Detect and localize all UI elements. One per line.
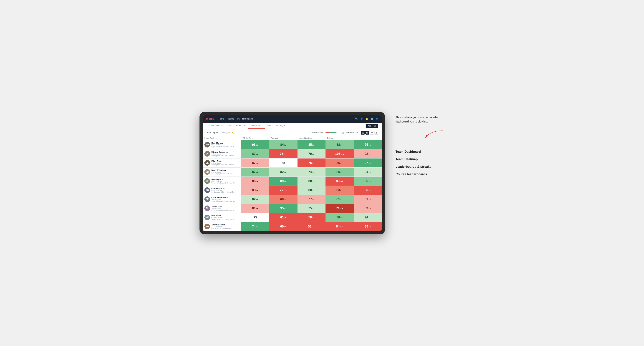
- svg-rect-7: [371, 132, 373, 132]
- stat-change: 4▲: [256, 172, 258, 173]
- stat-cell: 882▼: [326, 213, 354, 222]
- view-grid-button[interactable]: [361, 131, 365, 135]
- stat-change: 4▲: [312, 217, 315, 219]
- table-row[interactable]: MMMatt Miller6-10 HandicapWoburn Golf Cl…: [203, 213, 382, 222]
- bell-icon[interactable]: 🔔: [365, 117, 368, 120]
- player-club: Sunningdale Golf Club, United Kingdom: [212, 155, 236, 157]
- stat-change: 1▼: [284, 226, 286, 228]
- nav-link-my-performance[interactable]: My Performance: [237, 117, 253, 121]
- stat-cell: 7714▼: [269, 186, 298, 195]
- nav-link-teams[interactable]: Teams: [228, 117, 234, 121]
- table-row[interactable]: ECEdward Crossman1-5 HandicapSunningdale…: [203, 149, 382, 159]
- stat-cell: 975▲: [354, 159, 382, 168]
- avatar: AN: [204, 224, 210, 229]
- stat-box: 8310▼: [326, 177, 354, 185]
- view-heatmap-button[interactable]: [366, 131, 369, 135]
- col-header-approach[interactable]: Approach →: [269, 136, 298, 140]
- stat-change: 8▲: [312, 144, 315, 146]
- tab-pgat-players[interactable]: PGAT Players: [206, 123, 224, 129]
- stat-box: 10315▲: [326, 149, 354, 158]
- stat-change: 3▲: [368, 217, 371, 219]
- table-row[interactable]: EEElliot Ebert1-5 HandicapSunningdale Go…: [203, 159, 382, 168]
- user-icon[interactable]: 👤: [360, 117, 363, 120]
- stat-change: 4▲: [340, 199, 343, 200]
- avatar: BM: [204, 142, 210, 148]
- table-row[interactable]: ANAaron Nicholls11-15 HandicapDrift Golf…: [203, 222, 382, 231]
- avatar-icon[interactable]: 👤: [376, 117, 378, 120]
- stat-change: 10▲: [312, 226, 315, 228]
- col-header-putting[interactable]: Putting →: [326, 136, 354, 140]
- player-club: Royal North Devon Golf Club, United King…: [212, 182, 236, 184]
- table-row[interactable]: CQCharlie Quick ✓6-10 HandicapSt. George…: [203, 186, 382, 195]
- stat-cell: 881▼: [326, 140, 354, 149]
- table-header-row: Player Quality ↓ Off the Tee ↓ Approach …: [203, 136, 382, 140]
- view-list-button[interactable]: [370, 131, 374, 135]
- table-row[interactable]: DFDavid Ford ✓Plus HandicapRoyal North D…: [203, 177, 382, 186]
- stat-value: 83: [252, 188, 256, 192]
- stat-value: 85: [365, 225, 368, 228]
- settings-icon[interactable]: ⚙️: [370, 117, 373, 120]
- col-header-green[interactable]: Around the Green →: [298, 136, 326, 140]
- search-icon[interactable]: 🔍: [355, 117, 358, 120]
- stat-box: 939▲: [241, 140, 269, 149]
- view-download-button[interactable]: [374, 131, 378, 135]
- stat-change: 6▼: [340, 162, 343, 164]
- player-name: Elliot Ebert: [212, 160, 236, 162]
- stat-cell: 836▼: [326, 186, 354, 195]
- stat-change: 2▼: [368, 208, 371, 209]
- stat-box: 853▼: [241, 177, 269, 185]
- svg-rect-3: [363, 133, 364, 134]
- tab-pga[interactable]: PGA: [224, 123, 234, 129]
- tab-team-clippd[interactable]: Team Clippd: [248, 123, 264, 129]
- player-name: Charlie Quick ✓: [212, 187, 236, 189]
- player-info: Dave Billingham1-5 HandicapGog Magog Gol…: [212, 169, 236, 175]
- team-count: | 14 Players: [220, 132, 230, 134]
- stat-cell: 773▼: [298, 195, 326, 204]
- stat-box: 897▲: [269, 177, 298, 185]
- stat-cell: 813▼: [241, 204, 269, 213]
- annotation-item-0: Team Dashboard: [396, 150, 444, 154]
- player-name: Edward Crossman: [212, 151, 236, 153]
- rounds-icon: 📋: [342, 132, 344, 134]
- stat-value: 83: [336, 188, 340, 192]
- annotation-items: Team Dashboard Team Heatmap Leaderboards…: [396, 150, 444, 176]
- stat-box: 741▲: [298, 168, 326, 176]
- table-row[interactable]: CRChris Robertson ✓1-5 HandicapCraigmill…: [203, 195, 382, 204]
- svg-rect-8: [371, 133, 373, 133]
- table-row[interactable]: BMBlair McHargPlus HandicapRoyal North D…: [203, 140, 382, 149]
- stat-change: 6▲: [284, 144, 286, 146]
- svg-rect-5: [367, 132, 368, 134]
- stat-value: 103: [335, 152, 340, 156]
- tab-hcaps[interactable]: Hcaps 1-5: [234, 123, 248, 129]
- stat-change: 1▲: [368, 172, 371, 173]
- table-row[interactable]: JCJosh Coles1-5 HandicapRoyal North Devo…: [203, 204, 382, 213]
- col-header-tee[interactable]: Off the Tee ↓: [241, 136, 269, 140]
- stat-cell: 602▲: [269, 195, 298, 204]
- stat-box: 913▼: [354, 195, 382, 204]
- stat-box: 853▼: [326, 168, 354, 176]
- tab-all-players[interactable]: All Players: [274, 123, 288, 129]
- stat-cell: 5810▲: [298, 222, 326, 231]
- stat-box: 963▲: [354, 177, 382, 185]
- player-club: Sunningdale Golf Club, United Kingdom: [212, 164, 236, 166]
- stat-change: 8▲: [284, 208, 286, 209]
- stat-value: 75: [308, 206, 312, 210]
- avatar: CR: [204, 196, 210, 202]
- add-team-button[interactable]: Add Team: [366, 124, 378, 128]
- player-handicap: 11-15 Handicap: [212, 226, 234, 227]
- stat-box: 943▲: [354, 213, 382, 222]
- tab-tour[interactable]: Tour: [264, 123, 274, 129]
- stat-cell: 801▲: [298, 186, 326, 195]
- player-handicap: 6-10 Handicap: [212, 217, 236, 218]
- stat-cell: 854▼: [354, 222, 382, 231]
- stat-value: 85: [308, 143, 312, 147]
- team-header: Team Clippd | 14 Players ✏️ 20 Round Cha…: [203, 129, 382, 136]
- svg-rect-0: [362, 132, 362, 133]
- table-row[interactable]: DBDave Billingham1-5 HandicapGog Magog G…: [203, 168, 382, 177]
- stat-box: 874▲: [241, 168, 269, 176]
- stat-change: 3▼: [256, 190, 258, 191]
- stat-value: 97: [365, 161, 368, 165]
- edit-icon[interactable]: ✏️: [232, 131, 234, 134]
- nav-link-home[interactable]: Home: [218, 117, 224, 121]
- last-rounds-button[interactable]: 📋 Last Rounds: 20: [340, 131, 359, 134]
